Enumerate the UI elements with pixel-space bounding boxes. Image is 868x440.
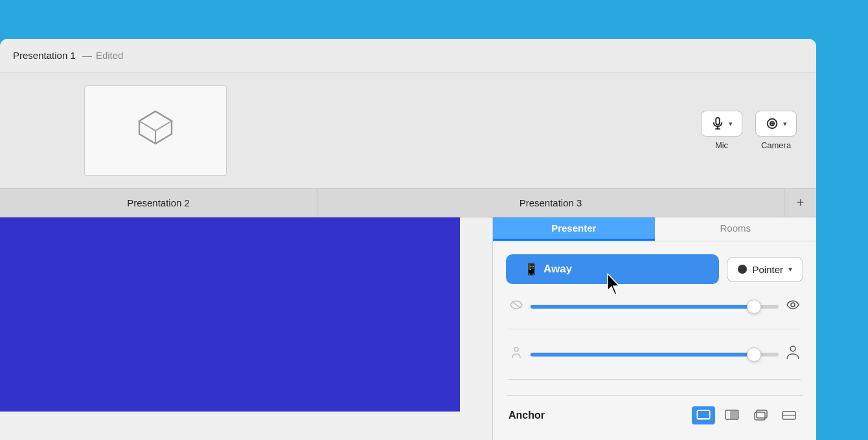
mic-label: Mic [715, 140, 728, 150]
window-edited-label: Edited [96, 50, 124, 61]
eye-open-icon [785, 300, 801, 313]
titlebar: Presentation 1 — Edited [0, 39, 816, 72]
mic-button[interactable]: ▾ [701, 111, 742, 137]
add-tab-icon: + [797, 195, 805, 210]
size-slider-thumb[interactable] [747, 347, 761, 362]
action-row: 📱 Away Pointer ▾ [506, 254, 803, 284]
svg-marker-1 [139, 111, 172, 131]
slide-blue-background [0, 217, 460, 412]
right-panel: Presenter Rooms 📱 Away [492, 217, 816, 440]
size-slider-row [506, 345, 803, 364]
anchor-stacked-button[interactable] [749, 406, 772, 424]
svg-point-12 [514, 347, 518, 351]
mic-control: ▾ Mic [701, 111, 742, 150]
tab-presentation3-label: Presentation 3 [520, 197, 582, 208]
presenter-rooms-tabs: Presenter Rooms [493, 217, 816, 241]
mic-icon [711, 116, 725, 131]
slide-panel [0, 217, 492, 440]
slide-view [0, 217, 492, 440]
away-button[interactable]: 📱 Away [506, 254, 719, 284]
window-title: Presentation 1 [13, 50, 76, 61]
top-area: ▾ Mic ▾ Camera [0, 72, 816, 189]
controls-area: ▾ Mic ▾ Camera [311, 72, 816, 188]
anchor-section: Anchor [506, 395, 803, 427]
svg-line-3 [139, 121, 155, 131]
tab-rooms[interactable]: Rooms [655, 217, 817, 241]
camera-label: Camera [761, 140, 791, 150]
svg-rect-5 [716, 118, 720, 125]
anchor-landscape-button[interactable] [777, 406, 801, 424]
divider1 [508, 329, 801, 329]
tab-presentation3[interactable]: Presentation 3 [317, 189, 784, 217]
away-phone-icon: 📱 [524, 262, 538, 276]
svg-point-11 [791, 303, 795, 307]
divider2 [508, 379, 801, 380]
svg-line-10 [512, 302, 521, 308]
svg-rect-17 [730, 411, 738, 419]
anchor-label: Anchor [508, 410, 545, 421]
svg-rect-15 [698, 411, 709, 418]
presenter-content: 📱 Away Pointer ▾ [493, 241, 816, 440]
presenter-tab-label: Presenter [551, 223, 596, 234]
camera-button[interactable]: ▾ [755, 111, 797, 137]
eye-closed-icon [508, 300, 524, 313]
svg-point-13 [790, 346, 795, 351]
anchor-partial-button[interactable] [720, 406, 744, 424]
tab-presenter[interactable]: Presenter [493, 217, 655, 241]
slide-thumbnail-area [0, 72, 311, 188]
main-window: Presentation 1 — Edited [0, 39, 816, 440]
visibility-slider-row [506, 300, 803, 313]
camera-control: ▾ Camera [755, 111, 797, 150]
size-slider-track[interactable] [531, 353, 779, 357]
size-slider-fill [531, 353, 754, 357]
rooms-tab-label: Rooms [720, 223, 751, 234]
anchor-fullscreen-button[interactable] [692, 406, 715, 424]
mic-chevron-icon: ▾ [729, 120, 733, 128]
cube-icon [136, 108, 175, 153]
visibility-slider-fill [531, 305, 754, 309]
tab-presentation2[interactable]: Presentation 2 [0, 189, 317, 217]
pointer-chevron-icon: ▾ [788, 265, 792, 274]
svg-line-4 [155, 121, 172, 131]
camera-chevron-icon: ▾ [783, 120, 787, 128]
away-label: Away [543, 263, 572, 276]
svg-point-9 [771, 123, 773, 124]
tab-presentation2-label: Presentation 2 [127, 197, 190, 208]
person-large-icon [785, 345, 801, 364]
tabbar: Presentation 2 Presentation 3 + [0, 189, 816, 217]
person-small-icon [508, 346, 524, 362]
visibility-slider-track[interactable] [531, 305, 779, 309]
add-tab-button[interactable]: + [784, 189, 816, 217]
camera-icon [765, 116, 779, 131]
anchor-icons [692, 406, 801, 424]
pointer-label: Pointer [752, 264, 783, 275]
pointer-dot-icon [738, 265, 747, 274]
main-content: Presenter Rooms 📱 Away [0, 217, 816, 440]
title-separator: — [80, 50, 92, 61]
pointer-button[interactable]: Pointer ▾ [727, 257, 803, 282]
visibility-slider-thumb[interactable] [747, 300, 761, 314]
slide-thumbnail [84, 85, 227, 176]
